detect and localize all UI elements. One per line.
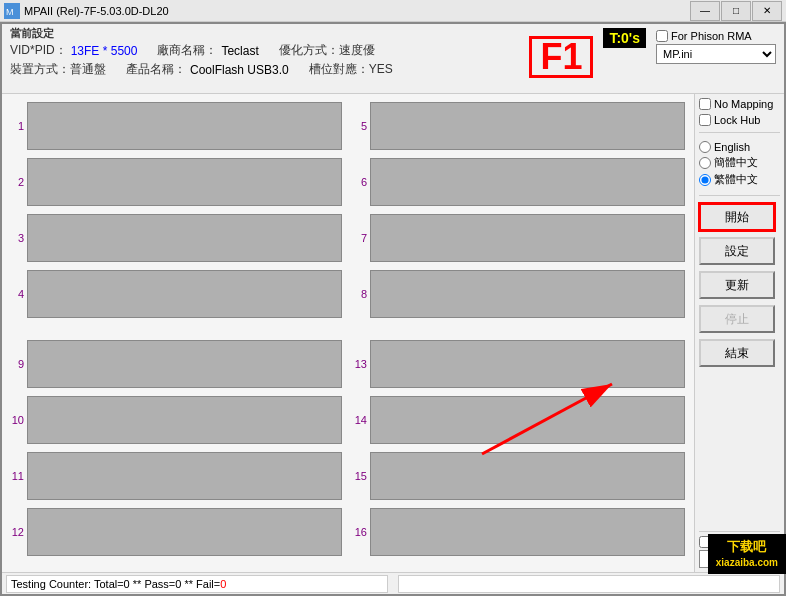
phison-checkbox-label[interactable]: For Phison RMA (656, 30, 776, 42)
content-area: 1 2 3 4 9 (2, 94, 784, 572)
vid-label: VID*PID： (10, 42, 67, 59)
top-section: 當前設定 VID*PID： 13FE * 5500 廠商名稱： Teclast … (2, 24, 784, 94)
slot-bar-9 (27, 340, 342, 388)
slot-bar-13 (370, 340, 685, 388)
left-divider (8, 324, 342, 334)
slot-bar-16 (370, 508, 685, 556)
watermark-line1: 下载吧 (716, 538, 778, 556)
slot-number-12: 12 (8, 526, 24, 538)
slot-number-11: 11 (8, 470, 24, 482)
status-left: Testing Counter: Total=0 ** Pass=0 ** Fa… (6, 575, 388, 593)
lock-hub-text: Lock Hub (714, 114, 760, 126)
vendor-value: Teclast (221, 44, 258, 58)
slot-row-12: 12 (8, 506, 342, 558)
status-left-text: Testing Counter: Total=0 ** Pass=0 ** Fa… (11, 578, 220, 590)
slot-bar-12 (27, 508, 342, 556)
slot-bar-1 (27, 102, 342, 150)
maximize-button[interactable]: □ (721, 1, 751, 21)
traditional-radio[interactable] (699, 174, 711, 186)
simplified-radio-label[interactable]: 簡體中文 (699, 155, 780, 170)
slot-number-15: 15 (351, 470, 367, 482)
simplified-radio[interactable] (699, 157, 711, 169)
watermark: 下载吧 xiazaiba.com (708, 534, 786, 574)
app-icon: M (4, 3, 20, 19)
main-window: 當前設定 VID*PID： 13FE * 5500 廠商名稱： Teclast … (0, 22, 786, 596)
window-title: MPAII (Rel)-7F-5.03.0D-DL20 (24, 5, 690, 17)
vid-value: 13FE * 5500 (71, 44, 138, 58)
slot-number-14: 14 (351, 414, 367, 426)
left-slots-column: 1 2 3 4 9 (2, 94, 345, 572)
slot-bar-11 (27, 452, 342, 500)
slot-row-5: 5 (351, 100, 685, 152)
status-right (398, 575, 780, 593)
slot-row-16: 16 (351, 506, 685, 558)
product-value: CoolFlash USB3.0 (190, 63, 289, 77)
phison-checkbox[interactable] (656, 30, 668, 42)
slot-number-6: 6 (351, 176, 367, 188)
fail-value: 0 (220, 578, 226, 590)
slot-bar-2 (27, 158, 342, 206)
slot-row-13: 13 (351, 338, 685, 390)
update-button[interactable]: 更新 (699, 271, 775, 299)
stop-button[interactable]: 停止 (699, 305, 775, 333)
watermark-line2: xiazaiba.com (716, 556, 778, 570)
status-bar: Testing Counter: Total=0 ** Pass=0 ** Fa… (2, 572, 784, 594)
slot-row-1: 1 (8, 100, 342, 152)
english-radio[interactable] (699, 141, 711, 153)
exit-button[interactable]: 結束 (699, 339, 775, 367)
simplified-text: 簡體中文 (714, 155, 758, 170)
mp-ini-select[interactable]: MP.ini (656, 44, 776, 64)
slot-number-16: 16 (351, 526, 367, 538)
slot-number-3: 3 (8, 232, 24, 244)
slot-bar-14 (370, 396, 685, 444)
status-text: Testing Counter: Total=0 ** Pass=0 ** Fa… (11, 578, 226, 590)
timer-badge: T:0's (603, 28, 646, 48)
english-radio-label[interactable]: English (699, 141, 780, 153)
slot-row-11: 11 (8, 450, 342, 502)
slot-number-5: 5 (351, 120, 367, 132)
vendor-label: 廠商名稱： (157, 42, 217, 59)
slot-row-10: 10 (8, 394, 342, 446)
slot-number-8: 8 (351, 288, 367, 300)
lock-hub-label[interactable]: Lock Hub (699, 114, 780, 126)
product-item: 產品名稱： CoolFlash USB3.0 (126, 61, 289, 78)
slot-row-8: 8 (351, 268, 685, 320)
no-mapping-checkbox[interactable] (699, 98, 711, 110)
mp-ini-row: MP.ini (656, 44, 776, 64)
slot-bar-8 (370, 270, 685, 318)
slot-bar-4 (27, 270, 342, 318)
separator-3 (699, 531, 780, 532)
traditional-radio-label[interactable]: 繁體中文 (699, 172, 780, 187)
no-mapping-label[interactable]: No Mapping (699, 98, 780, 110)
slot-row-9: 9 (8, 338, 342, 390)
slot-number-7: 7 (351, 232, 367, 244)
slot-row-2: 2 (8, 156, 342, 208)
slot-number-13: 13 (351, 358, 367, 370)
slot-row-3: 3 (8, 212, 342, 264)
traditional-text: 繁體中文 (714, 172, 758, 187)
slot-bar-7 (370, 214, 685, 262)
slot-number-2: 2 (8, 176, 24, 188)
vendor-item: 廠商名稱： Teclast (157, 42, 258, 59)
separator-1 (699, 132, 780, 133)
right-panel: No Mapping Lock Hub English (694, 94, 784, 572)
slot-number-4: 4 (8, 288, 24, 300)
slot-bar-10 (27, 396, 342, 444)
window-controls: — □ ✕ (690, 1, 782, 21)
slot-row-6: 6 (351, 156, 685, 208)
start-button[interactable]: 開始 (699, 203, 775, 231)
radio-group: English 簡體中文 繁體中文 (699, 141, 780, 187)
close-button[interactable]: ✕ (752, 1, 782, 21)
slot-bar-6 (370, 158, 685, 206)
optimize-label: 優化方式：速度優 (279, 42, 375, 59)
settings-label: 當前設定 (10, 26, 54, 41)
phison-label: For Phison RMA (671, 30, 752, 42)
slot-bar-3 (27, 214, 342, 262)
minimize-button[interactable]: — (690, 1, 720, 21)
optimize-item: 優化方式：速度優 (279, 42, 375, 59)
settings-button[interactable]: 設定 (699, 237, 775, 265)
slot-number-9: 9 (8, 358, 24, 370)
vid-item: VID*PID： 13FE * 5500 (10, 42, 137, 59)
lock-hub-checkbox[interactable] (699, 114, 711, 126)
slot-row-14: 14 (351, 394, 685, 446)
